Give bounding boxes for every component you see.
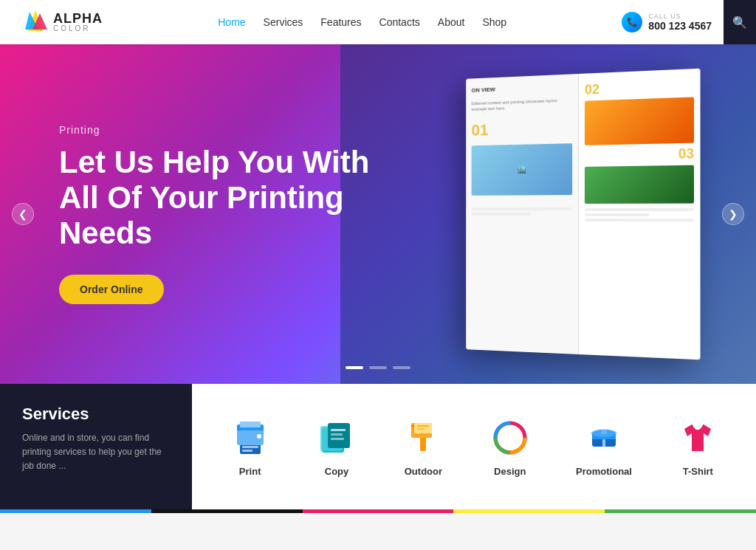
services-description: Online and in store, you can find printi…	[22, 431, 170, 474]
svg-point-9	[257, 434, 261, 439]
logo-text: ALPHA COLOR	[53, 12, 103, 32]
service-print-label: Print	[239, 466, 261, 477]
promotional-icon-wrap	[583, 417, 625, 458]
logo: ALPHA COLOR	[22, 9, 103, 35]
service-promotional[interactable]: Promotional	[576, 417, 632, 477]
svg-rect-4	[240, 422, 261, 427]
services-icons: Print Copy	[192, 384, 756, 509]
mag-subtitle: Editorial content and printing showcase …	[472, 97, 573, 112]
phone-info: CALL US 800 123 4567	[648, 13, 712, 32]
prev-slide-button[interactable]: ❮	[12, 203, 34, 225]
service-outdoor[interactable]: Outdoor	[402, 417, 444, 477]
nav-home[interactable]: Home	[218, 16, 245, 28]
print-icon	[231, 419, 269, 457]
print-icon-wrap	[230, 417, 271, 458]
service-copy[interactable]: Copy	[316, 417, 357, 477]
slider-dots	[346, 366, 410, 369]
service-outdoor-label: Outdoor	[405, 466, 442, 477]
service-tshirt[interactable]: T-Shirt	[677, 417, 718, 477]
mag-image-3	[585, 165, 694, 204]
services-bar: Services Online and in store, you can fi…	[0, 384, 756, 509]
mag-line-3	[585, 208, 694, 211]
magazine-right-page: 02 03	[579, 69, 701, 360]
svg-rect-32	[601, 430, 607, 434]
mag-num-2: 02	[585, 78, 694, 97]
mag-header: ON VIEW	[472, 83, 573, 93]
dot-1[interactable]	[346, 366, 363, 369]
magazine-left-page: ON VIEW Editorial content and printing s…	[466, 74, 579, 354]
dot-3[interactable]	[393, 366, 410, 369]
logo-icon	[22, 9, 49, 35]
chevron-left-icon: ❮	[18, 208, 27, 220]
next-slide-button[interactable]: ❯	[722, 203, 744, 225]
search-icon: 🔍	[732, 16, 747, 30]
mag-line-5	[585, 219, 694, 221]
phone-area: 📞 CALL US 800 123 4567	[622, 12, 712, 32]
call-label: CALL US	[648, 13, 712, 20]
mag-text-lines	[472, 205, 573, 218]
outdoor-icon	[404, 419, 442, 457]
svg-point-27	[504, 432, 516, 444]
logo-name: ALPHA	[53, 12, 103, 25]
services-label-area: Services Online and in store, you can fi…	[0, 384, 192, 509]
color-bar-black	[151, 509, 303, 513]
order-online-button[interactable]: Order Online	[59, 275, 164, 304]
outdoor-icon-wrap	[402, 417, 444, 458]
copy-icon	[317, 419, 356, 457]
color-bar-green	[605, 509, 756, 513]
logo-subname: COLOR	[53, 25, 103, 32]
color-bar-pink	[303, 509, 454, 513]
service-print[interactable]: Print	[230, 417, 271, 477]
service-copy-label: Copy	[325, 466, 349, 477]
service-promotional-label: Promotional	[576, 466, 632, 477]
design-icon	[491, 419, 529, 457]
mag-image-1: 🏙️	[472, 143, 573, 196]
nav-about[interactable]: About	[438, 16, 465, 28]
tshirt-icon	[678, 419, 717, 457]
design-icon-wrap	[489, 417, 531, 458]
service-tshirt-label: T-Shirt	[683, 466, 713, 477]
mag-line-4	[585, 213, 650, 216]
svg-rect-14	[331, 433, 343, 436]
svg-rect-22	[417, 428, 425, 430]
hero-title: Let Us Help You With All Of Your Printin…	[59, 145, 384, 252]
header-right: 📞 CALL US 800 123 4567 🔍	[622, 0, 734, 44]
service-design-label: Design	[494, 466, 526, 477]
search-button[interactable]: 🔍	[724, 0, 756, 44]
nav-services[interactable]: Services	[264, 16, 303, 28]
service-design[interactable]: Design	[489, 417, 531, 477]
color-bar-yellow	[453, 509, 605, 513]
header: ALPHA COLOR Home Services Features Conta…	[0, 0, 756, 44]
hero-section: ❮ Printing Let Us Help You With All Of Y…	[0, 44, 756, 384]
copy-icon-wrap	[316, 417, 357, 458]
svg-rect-7	[242, 446, 258, 448]
dot-2[interactable]	[369, 366, 387, 369]
bottom-strip: Loading more content...	[0, 513, 756, 550]
phone-number: 800 123 4567	[648, 20, 712, 32]
mag-image-2	[585, 97, 694, 145]
svg-rect-21	[417, 425, 429, 427]
services-heading: Services	[22, 405, 170, 424]
nav-contacts[interactable]: Contacts	[379, 16, 420, 28]
mag-text-lines-right	[585, 208, 694, 222]
mag-line-1	[472, 207, 573, 210]
phone-icon: 📞	[622, 12, 642, 32]
svg-rect-5	[240, 444, 261, 454]
svg-rect-15	[331, 438, 344, 440]
chevron-right-icon: ❯	[729, 208, 738, 220]
mag-num-3: 03	[585, 146, 694, 164]
color-bar	[0, 509, 756, 513]
promotional-icon	[585, 419, 623, 457]
color-bar-blue	[0, 509, 151, 513]
nav-shop[interactable]: Shop	[482, 16, 506, 28]
svg-rect-8	[242, 450, 252, 452]
hero-magazine: ON VIEW Editorial content and printing s…	[461, 74, 697, 354]
svg-rect-33	[602, 439, 605, 447]
main-nav: Home Services Features Contacts About Sh…	[218, 16, 506, 28]
nav-features[interactable]: Features	[320, 16, 361, 28]
mag-num-1: 01	[472, 118, 573, 140]
hero-subtitle: Printing	[59, 124, 384, 136]
mag-line-2	[472, 213, 532, 216]
svg-rect-13	[331, 429, 346, 431]
tshirt-icon-wrap	[677, 417, 718, 458]
